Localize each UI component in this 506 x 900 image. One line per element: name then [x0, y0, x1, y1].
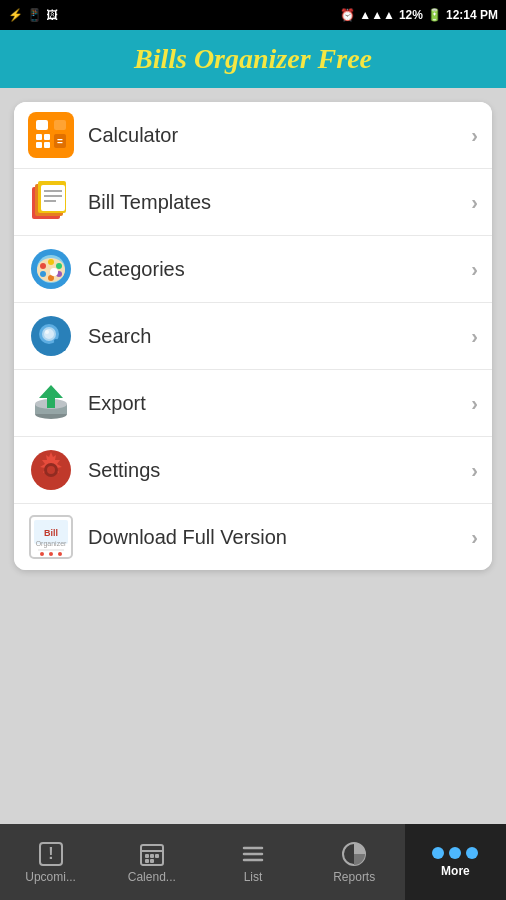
list-label: List	[244, 870, 263, 884]
signal-icon: ▲▲▲	[359, 8, 395, 22]
categories-label: Categories	[88, 258, 471, 281]
dot-1	[432, 847, 444, 859]
svg-point-20	[48, 259, 54, 265]
svg-rect-3	[44, 134, 50, 140]
svg-rect-2	[36, 134, 42, 140]
menu-card: = Calculator › Bill Templates ›	[14, 102, 492, 570]
svg-text:Organizer: Organizer	[36, 540, 67, 548]
download-full-chevron: ›	[471, 526, 478, 549]
svg-point-45	[49, 552, 53, 556]
menu-item-download-full[interactable]: Bill Organizer Download Full Version ›	[14, 504, 492, 570]
bill-templates-icon	[28, 179, 74, 225]
alarm-icon: ⏰	[340, 8, 355, 22]
export-chevron: ›	[471, 392, 478, 415]
usb-icon: ⚡	[8, 8, 23, 22]
svg-rect-54	[145, 859, 149, 863]
more-label: More	[441, 864, 470, 878]
main-content: = Calculator › Bill Templates ›	[0, 88, 506, 584]
upcoming-label: Upcomi...	[25, 870, 76, 884]
reports-icon	[341, 841, 367, 867]
svg-rect-53	[155, 854, 159, 858]
nav-item-calendar[interactable]: Calend...	[101, 824, 202, 900]
status-icons-right: ⏰ ▲▲▲ 12% 🔋 12:14 PM	[340, 8, 498, 22]
nav-item-upcoming[interactable]: ! Upcomi...	[0, 824, 101, 900]
svg-rect-0	[28, 112, 74, 158]
status-icons-left: ⚡ 📱 🖼	[8, 8, 58, 22]
svg-rect-52	[150, 854, 154, 858]
svg-point-19	[40, 263, 46, 269]
export-label: Export	[88, 392, 471, 415]
svg-rect-4	[36, 142, 42, 148]
svg-point-24	[40, 271, 46, 277]
download-full-icon: Bill Organizer	[28, 514, 74, 560]
nav-item-more[interactable]: More	[405, 824, 506, 900]
menu-item-bill-templates[interactable]: Bill Templates ›	[14, 169, 492, 236]
svg-rect-12	[41, 185, 65, 211]
svg-point-31	[45, 330, 49, 334]
nav-item-list[interactable]: List	[202, 824, 303, 900]
svg-point-25	[50, 268, 58, 276]
bill-templates-chevron: ›	[471, 191, 478, 214]
more-dots	[432, 847, 478, 859]
calculator-label: Calculator	[88, 124, 471, 147]
nav-item-reports[interactable]: Reports	[304, 824, 405, 900]
time-display: 12:14 PM	[446, 8, 498, 22]
svg-point-21	[56, 263, 62, 269]
reports-label: Reports	[333, 870, 375, 884]
status-bar: ⚡ 📱 🖼 ⏰ ▲▲▲ 12% 🔋 12:14 PM	[0, 0, 506, 30]
categories-chevron: ›	[471, 258, 478, 281]
search-label: Search	[88, 325, 471, 348]
battery-percentage: 12%	[399, 8, 423, 22]
svg-point-29	[44, 329, 54, 339]
search-icon	[28, 313, 74, 359]
calculator-icon: =	[28, 112, 74, 158]
settings-chevron: ›	[471, 459, 478, 482]
bottom-navigation: ! Upcomi... Calend... List R	[0, 824, 506, 900]
bill-templates-label: Bill Templates	[88, 191, 471, 214]
search-chevron: ›	[471, 325, 478, 348]
app-icon: 📱	[27, 8, 42, 22]
calendar-label: Calend...	[128, 870, 176, 884]
battery-icon: 🔋	[427, 8, 442, 22]
settings-label: Settings	[88, 459, 471, 482]
svg-rect-6	[54, 120, 66, 130]
download-full-label: Download Full Version	[88, 526, 471, 549]
calendar-icon	[139, 841, 165, 867]
export-icon	[28, 380, 74, 426]
menu-item-settings[interactable]: Settings ›	[14, 437, 492, 504]
svg-point-44	[40, 552, 44, 556]
menu-item-export[interactable]: Export ›	[14, 370, 492, 437]
svg-rect-51	[145, 854, 149, 858]
svg-rect-55	[150, 859, 154, 863]
calculator-chevron: ›	[471, 124, 478, 147]
image-icon: 🖼	[46, 8, 58, 22]
svg-point-38	[47, 466, 55, 474]
svg-point-46	[58, 552, 62, 556]
svg-rect-5	[44, 142, 50, 148]
app-header: Bills Organizer Free	[0, 30, 506, 88]
dot-2	[449, 847, 461, 859]
settings-icon	[28, 447, 74, 493]
svg-text:=: =	[57, 136, 63, 147]
menu-item-search[interactable]: Search ›	[14, 303, 492, 370]
categories-icon	[28, 246, 74, 292]
menu-item-categories[interactable]: Categories ›	[14, 236, 492, 303]
svg-text:!: !	[48, 845, 53, 862]
svg-point-23	[48, 275, 54, 281]
svg-rect-1	[36, 120, 48, 130]
menu-item-calculator[interactable]: = Calculator ›	[14, 102, 492, 169]
svg-text:Bill: Bill	[44, 528, 58, 538]
app-title: Bills Organizer Free	[134, 43, 372, 75]
dot-3	[466, 847, 478, 859]
list-icon	[240, 841, 266, 867]
upcoming-icon: !	[38, 841, 64, 867]
